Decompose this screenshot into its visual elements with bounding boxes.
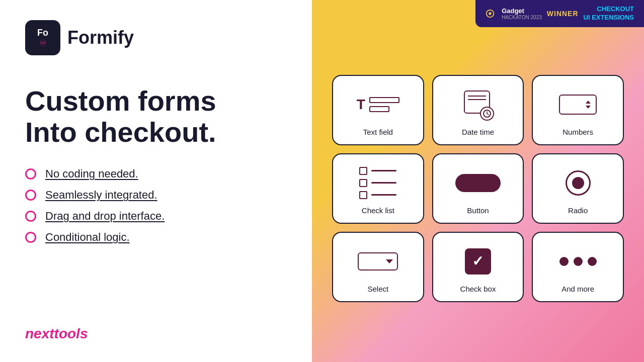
card-and-more: And more [532,232,624,302]
bullet-ring [25,232,36,243]
winner-text: WINNER [547,10,579,18]
feature-no-coding: No coding needed. [25,167,287,180]
check-list-icon [340,164,416,201]
select-label: Select [367,285,388,293]
bullet-ring [25,211,36,222]
card-numbers: Numbers [532,75,624,145]
left-panel: Fo ♾ Formify Custom forms Into checkout.… [0,0,312,362]
logo-icon: Fo ♾ [25,20,60,55]
select-icon [340,243,416,280]
nexttools-text: nexttools [25,326,88,341]
numbers-label: Numbers [562,128,593,136]
button-icon [440,164,516,201]
card-radio: Radio [532,153,624,224]
card-button: Button [432,153,524,224]
feature-conditional: Conditional logic. [25,231,287,244]
bullet-ring [25,168,36,179]
form-grid: T Text field [332,75,624,302]
text-field-label: Text field [363,128,393,136]
headline: Custom forms Into checkout. [25,85,287,147]
text-field-icon: T [340,86,416,123]
date-time-icon [440,86,516,123]
gadget-icon [486,9,495,18]
right-panel: Gadget HACKATON 2023 WINNER CHECKOUT UI … [312,0,644,362]
card-check-list: Check list [332,153,424,224]
hackaton-text: HACKATON 2023 [502,15,542,20]
logo-area: Fo ♾ Formify [25,20,287,55]
button-label: Button [467,206,489,215]
radio-icon [540,164,616,201]
numbers-icon [540,86,616,123]
winner-badge: Gadget HACKATON 2023 WINNER CHECKOUT UI … [475,0,644,27]
headline-line1: Custom forms [25,85,287,117]
features-list: No coding needed. Seamlessly integrated.… [25,167,287,244]
feature-seamless: Seamlessly integrated. [25,189,287,202]
logo-name: Formify [67,27,134,48]
card-select: Select [332,232,424,302]
logo-fo-text: Fo [37,28,48,37]
gadget-info: Gadget HACKATON 2023 [502,7,542,20]
nexttools-logo: nexttools [25,326,287,342]
gadget-title: Gadget [502,7,524,15]
card-check-box: ✓ Check box [432,232,524,302]
check-box-icon: ✓ [440,243,516,280]
logo-infinity: ♾ [39,39,46,47]
date-time-label: Date time [462,128,494,136]
checkout-text: CHECKOUT UI EXTENSIONS [584,5,634,22]
check-box-label: Check box [460,285,496,293]
headline-line2: Into checkout. [25,117,287,148]
feature-drag-drop: Drag and drop interface. [25,210,287,223]
and-more-label: And more [561,285,594,293]
check-list-label: Check list [362,206,394,215]
bullet-ring [25,190,36,201]
card-date-time: Date time [432,75,524,145]
card-text-field: T Text field [332,75,424,145]
radio-label: Radio [568,206,588,215]
svg-point-1 [489,12,491,15]
and-more-icon [540,243,616,280]
